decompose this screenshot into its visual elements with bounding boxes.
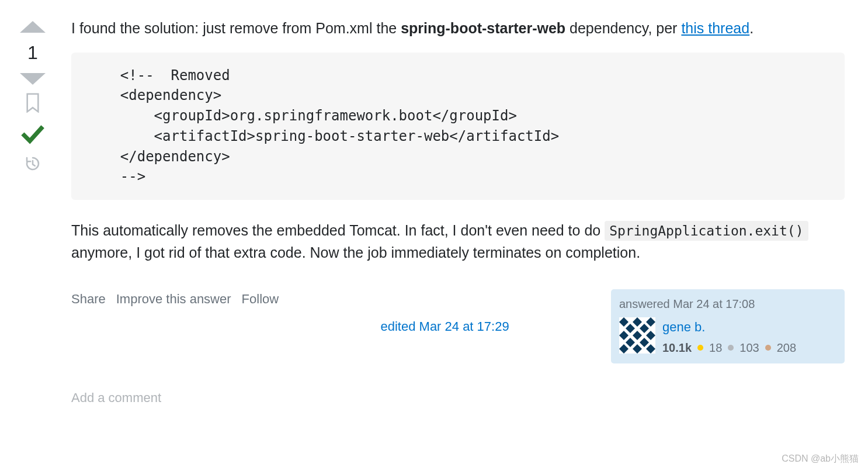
answered-label: answered Mar 24 at 17:08 (619, 295, 836, 313)
edited-link[interactable]: edited Mar 24 at 17:29 (381, 317, 509, 336)
share-link[interactable]: Share (71, 289, 106, 309)
silver-badge-icon (728, 345, 734, 351)
gold-badge-icon (697, 345, 703, 351)
history-icon[interactable] (24, 155, 41, 172)
intro-text-end: . (749, 20, 754, 36)
post-actions: Share Improve this answer Follow (71, 289, 279, 309)
thread-link[interactable]: this thread (681, 20, 749, 36)
post-footer: Share Improve this answer Follow edited … (71, 289, 845, 363)
intro-paragraph: I found the solution: just remove from P… (71, 18, 845, 40)
bronze-badge-count: 208 (777, 339, 796, 356)
intro-text-pre: I found the solution: just remove from P… (71, 20, 401, 36)
add-comment-link[interactable]: Add a comment (71, 388, 845, 407)
improve-link[interactable]: Improve this answer (116, 289, 231, 309)
inline-code: SpringApplication.exit() (605, 221, 808, 241)
para2-post: anymore, I got rid of that extra code. N… (71, 244, 640, 261)
user-card: answered Mar 24 at 17:08 (611, 289, 845, 363)
intro-bold: spring-boot-starter-web (401, 20, 565, 36)
user-reputation: 10.1k (662, 339, 692, 356)
user-stats: 10.1k 18 103 208 (662, 339, 796, 356)
bookmark-icon[interactable] (25, 93, 41, 113)
answer-body: I found the solution: just remove from P… (71, 18, 845, 407)
follow-link[interactable]: Follow (242, 289, 279, 309)
gold-badge-count: 18 (709, 339, 722, 356)
user-info: gene b. 10.1k 18 103 208 (662, 317, 796, 356)
code-block: <!-- Removed <dependency> <groupId>org.s… (71, 53, 845, 200)
vote-score: 1 (27, 42, 38, 64)
avatar[interactable] (619, 317, 655, 354)
silver-badge-count: 103 (739, 339, 759, 356)
vote-column: 1 (12, 18, 54, 407)
user-name-link[interactable]: gene b. (662, 317, 796, 337)
para2-pre: This automatically removes the embedded … (71, 222, 605, 238)
second-paragraph: This automatically removes the embedded … (71, 220, 845, 264)
upvote-button[interactable] (20, 21, 46, 33)
accepted-check-icon (20, 121, 46, 147)
downvote-button[interactable] (20, 73, 46, 85)
bronze-badge-icon (765, 345, 771, 351)
intro-text-mid: dependency, per (565, 20, 681, 36)
